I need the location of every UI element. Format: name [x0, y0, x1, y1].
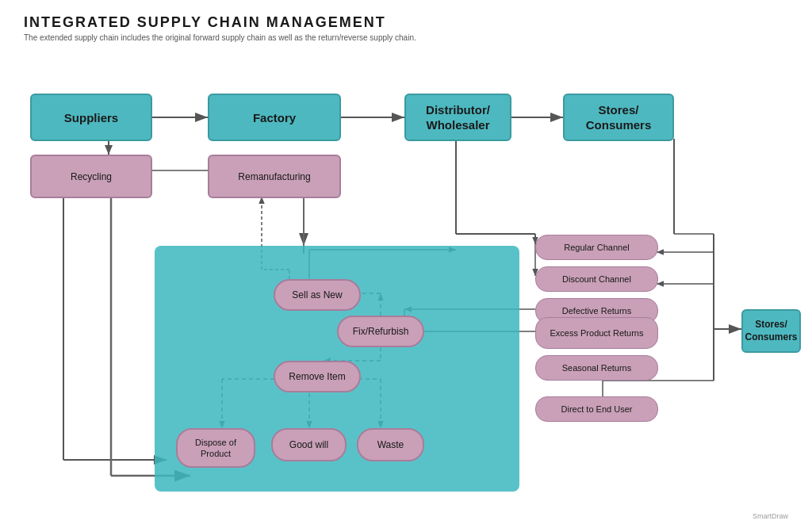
- fix-refurbish-label: Fix/Refurbish: [353, 326, 409, 337]
- direct-end-user-label: Direct to End User: [561, 404, 633, 414]
- defective-returns-label: Defective Returns: [562, 306, 631, 316]
- waste-box: Waste: [357, 428, 424, 461]
- good-will-box: Good will: [271, 428, 347, 461]
- suppliers-box: Suppliers: [30, 94, 152, 141]
- waste-label: Waste: [377, 439, 404, 450]
- sell-as-new-label: Sell as New: [292, 289, 342, 300]
- direct-end-user-box: Direct to End User: [535, 396, 658, 422]
- sell-as-new-box: Sell as New: [274, 279, 361, 311]
- remove-item-box: Remove Item: [274, 361, 361, 392]
- main-title: INTEGRATED SUPPLY CHAIN MANAGEMENT: [24, 14, 788, 31]
- good-will-label: Good will: [289, 439, 328, 450]
- title-area: INTEGRATED SUPPLY CHAIN MANAGEMENT The e…: [24, 14, 788, 42]
- stores-top-label: Stores/ Consumers: [586, 102, 652, 133]
- excess-product-returns-label: Excess Product Returns: [550, 328, 644, 338]
- subtitle: The extended supply chain includes the o…: [24, 33, 788, 42]
- dispose-product-label: Dispose of Product: [195, 437, 236, 460]
- factory-box: Factory: [208, 94, 341, 141]
- diagram-container: INTEGRATED SUPPLY CHAIN MANAGEMENT The e…: [0, 0, 812, 532]
- discount-channel-label: Discount Channel: [562, 274, 631, 284]
- remanufacturing-label: Remanufacturing: [238, 171, 310, 182]
- dispose-product-box: Dispose of Product: [176, 428, 255, 468]
- regular-channel-box: Regular Channel: [535, 235, 658, 260]
- fix-refurbish-box: Fix/Refurbish: [337, 316, 424, 347]
- discount-channel-box: Discount Channel: [535, 266, 658, 292]
- remove-item-label: Remove Item: [289, 371, 345, 382]
- stores-top-box: Stores/ Consumers: [563, 94, 674, 141]
- regular-channel-label: Regular Channel: [564, 243, 630, 252]
- distributor-box: Distributor/ Wholesaler: [404, 94, 511, 141]
- distributor-label: Distributor/ Wholesaler: [426, 102, 490, 133]
- stores-right-box: Stores/ Consumers: [741, 309, 801, 353]
- seasonal-returns-label: Seasonal Returns: [562, 363, 631, 373]
- excess-product-returns-box: Excess Product Returns: [535, 317, 658, 349]
- watermark: SmartDraw: [753, 512, 788, 520]
- remanufacturing-box: Remanufacturing: [208, 155, 341, 198]
- seasonal-returns-box: Seasonal Returns: [535, 355, 658, 381]
- suppliers-label: Suppliers: [64, 111, 118, 124]
- factory-label: Factory: [253, 111, 296, 124]
- recycling-box: Recycling: [30, 155, 152, 198]
- recycling-label: Recycling: [71, 171, 112, 182]
- stores-right-label: Stores/ Consumers: [745, 319, 797, 343]
